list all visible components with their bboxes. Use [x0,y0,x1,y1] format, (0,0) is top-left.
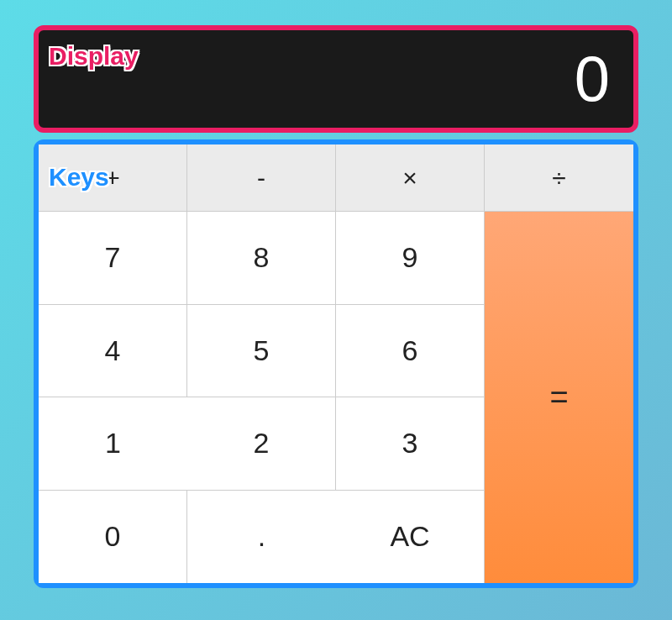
key-1[interactable]: 1 [39,397,187,491]
key-subtract[interactable]: - [187,144,336,212]
key-2[interactable]: 2 [187,397,336,491]
key-equals[interactable]: = [485,212,633,583]
key-decimal[interactable]: . [187,491,336,584]
display-panel: Display 0 [34,25,638,133]
display-value: 0 [575,47,610,111]
keys-label: Keys [49,163,109,192]
key-5[interactable]: 5 [187,305,336,398]
key-9[interactable]: 9 [336,212,485,305]
key-clear[interactable]: AC [336,491,485,584]
key-8[interactable]: 8 [187,212,336,305]
key-multiply[interactable]: × [336,144,485,212]
keys-panel: Keys + - × ÷ 7 8 9 = 4 5 6 1 2 3 0 . AC [34,139,638,588]
key-divide[interactable]: ÷ [485,144,633,212]
display-label: Display [49,42,139,71]
key-4[interactable]: 4 [39,305,187,398]
key-3[interactable]: 3 [336,397,485,491]
key-0[interactable]: 0 [39,491,187,584]
calculator: Display 0 Keys + - × ÷ 7 8 9 = 4 5 6 1 2… [34,25,638,588]
key-7[interactable]: 7 [39,212,187,305]
key-6[interactable]: 6 [336,305,485,398]
keys-grid: + - × ÷ 7 8 9 = 4 5 6 1 2 3 0 . AC [39,144,633,583]
